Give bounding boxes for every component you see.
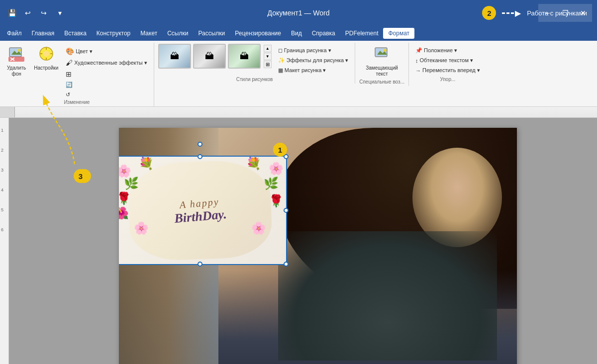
wrap-icon: ↕ [415,58,418,64]
flower-decoration-3: 🌹 [119,191,131,205]
group-styles-label: Стили рисунков [236,77,273,84]
title-bar-right: 2 ▶ Работа с рисунками [482,6,587,20]
ribbon-group-arrange-content: 📌 Положение ▾ ↕ Обтекание текстом ▾ → Пе… [413,44,483,77]
flower-decoration-6: 🌿 [264,177,279,190]
vertical-ruler: 1 2 3 4 5 6 [0,118,9,364]
style-preset-1[interactable] [158,44,191,69]
document-area: 1 2 3 4 5 6 [0,118,597,364]
menu-help[interactable]: Справка [307,28,340,39]
wrap-label: Обтекание текстом ▾ [419,57,473,64]
change-image-button[interactable]: 🔄 [63,80,150,90]
corrections-label: Настройки [34,65,58,71]
ruler-margin-left [0,107,15,117]
corrections-button[interactable]: Настройки [31,44,61,73]
menu-insert[interactable]: Вставка [59,28,92,39]
styles-scroll-down[interactable]: ▼ [264,53,272,60]
layout-label: Макет рисунка ▾ [285,67,326,74]
picture-layout-button[interactable]: ▦ Макет рисунка ▾ [276,66,351,75]
rotate-handle[interactable] [198,142,202,147]
menu-file[interactable]: Файл [2,28,27,39]
position-icon: 📌 [415,47,422,54]
badge-3-overlay: 3 [74,169,88,183]
corrections-icon [38,46,54,64]
color-button[interactable]: 🎨 Цвет ▾ [63,46,150,57]
handle-middle-right[interactable] [284,208,289,213]
color-label: Цвет ▾ [76,48,93,55]
styles-scroll: ▲ ▼ ⊞ [264,45,272,68]
artistic-label: Художественные эффекты ▾ [74,60,147,66]
flower-decoration-4: 🌺 [119,206,129,220]
flower-decoration-9: 💐 [246,157,261,171]
ribbon-group-special: Замещающийтекст Специальные воз... [355,43,409,86]
remove-background-button[interactable]: Удалитьфон [4,44,29,79]
wrap-text-button[interactable]: ↕ Обтекание текстом ▾ [413,56,483,65]
handle-top-middle[interactable] [198,154,202,159]
menu-mailings[interactable]: Рассылки [193,28,230,39]
group-special-label: Специальные воз... [359,79,404,86]
reset-image-icon: ↺ [66,91,70,98]
ribbon: Удалитьфон Настройки [0,41,597,107]
menu-home[interactable]: Главная [27,28,60,39]
ruler-scale [15,107,597,117]
menu-view[interactable]: Вид [286,28,307,39]
document-page: ⚓ 🌸 🌿 🌹 🌺 🌸 🌿 🌹 💐 💐 🌸 [119,128,517,364]
position-button[interactable]: 📌 Положение ▾ [413,46,483,55]
effects-icon: ✨ [278,57,285,64]
handle-bottom-right[interactable] [284,262,289,267]
alt-text-button[interactable]: Замещающийтекст [363,44,401,79]
birthday-card-image: 🌸 🌿 🌹 🌺 🌸 🌿 🌹 💐 💐 🌸 🌸 A happy BirthDay. [119,157,286,264]
save-button[interactable]: 💾 [5,6,19,20]
svg-point-2 [18,49,21,52]
quick-access-toolbar: 💾 ↩ ↪ ▾ [5,6,67,20]
compress-icon: ⊞ [66,70,72,78]
document-title: Документ1 — Word [268,9,330,17]
style-preset-2[interactable] [193,44,226,69]
change-image-icon: 🔄 [66,82,73,88]
menu-format[interactable]: Формат [383,28,414,39]
menu-layout[interactable]: Макет [135,28,162,39]
compress-button[interactable]: ⊞ [63,69,150,80]
reset-image-button[interactable]: ↺ [63,90,150,99]
work-with-images-label: Работа с рисунками [527,9,587,17]
picture-border-button[interactable]: ◻ Граница рисунка ▾ [276,46,351,55]
menu-pdfelement[interactable]: PDFelement [340,28,384,39]
picture-effects-button[interactable]: ✨ Эффекты для рисунка ▾ [276,56,351,65]
group-arrange-label: Упор... [440,77,456,84]
horizontal-ruler [0,107,597,118]
border-label: Граница рисунка ▾ [284,47,331,54]
ribbon-group-styles-content: ▲ ▼ ⊞ ◻ Граница рисунка ▾ ✨ Эффекты для … [158,44,351,77]
color-icon: 🎨 [66,47,74,55]
layout-icon: ▦ [278,67,283,74]
svg-point-14 [384,49,387,52]
undo-button[interactable]: ↩ [21,6,35,20]
customize-qat-button[interactable]: ▾ [53,6,67,20]
ribbon-group-change-content: Удалитьфон Настройки [4,44,150,99]
flower-decoration-5: 🌸 [269,162,284,176]
selected-image[interactable]: 🌸 🌿 🌹 🌺 🌸 🌿 🌹 💐 💐 🌸 🌸 A happy BirthDay. [119,156,287,265]
bring-forward-button[interactable]: → Переместить вперед ▾ [413,66,483,75]
redo-button[interactable]: ↪ [37,6,51,20]
handle-bottom-middle[interactable] [198,262,202,267]
flower-decoration-2: 🌿 [124,177,139,190]
artistic-effects-button[interactable]: 🖌 Художественные эффекты ▾ [63,57,150,68]
flower-decoration-7: 🌹 [269,194,284,208]
flower-decoration-11: 🌸 [251,221,266,235]
menu-references[interactable]: Ссылки [162,28,193,39]
ribbon-group-special-content: Замещающийтекст [363,44,401,79]
styles-options-col: ◻ Граница рисунка ▾ ✨ Эффекты для рисунк… [276,46,351,75]
menu-design[interactable]: Конструктор [92,28,135,39]
styles-scroll-up[interactable]: ▲ [264,45,272,52]
document-canvas: ⚓ 🌸 🌿 🌹 🌺 🌸 🌿 🌹 💐 💐 🌸 [9,118,597,364]
style-preset-3[interactable] [228,44,261,69]
border-icon: ◻ [278,47,283,54]
menu-review[interactable]: Рецензирование [230,28,286,39]
styles-dropdown[interactable]: ⊞ [264,61,272,68]
menu-bar: Файл Главная Вставка Конструктор Макет С… [0,26,597,41]
image-styles-gallery: ▲ ▼ ⊞ [158,44,272,69]
artistic-icon: 🖌 [66,59,73,67]
alt-text-label: Замещающийтекст [366,65,398,77]
ribbon-group-arrange: 📌 Положение ▾ ↕ Обтекание текстом ▾ → Пе… [409,43,487,84]
badge-2: 2 [482,6,496,20]
arrange-col: 📌 Положение ▾ ↕ Обтекание текстом ▾ → Пе… [413,46,483,75]
ribbon-group-styles: ▲ ▼ ⊞ ◻ Граница рисунка ▾ ✨ Эффекты для … [154,43,355,84]
